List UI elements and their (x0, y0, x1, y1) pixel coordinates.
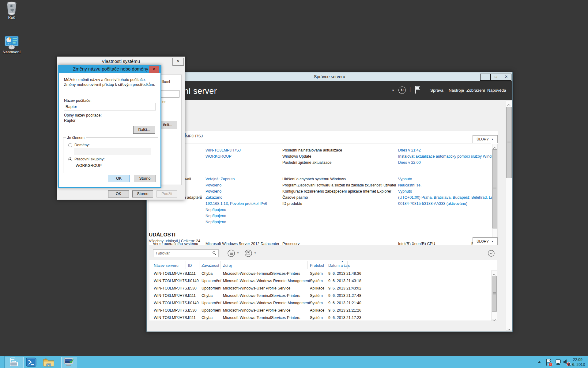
refresh-icon[interactable]: ↻ (398, 86, 406, 94)
menu-zobrazeni[interactable]: Zobrazení (466, 88, 485, 93)
cell-id: 10149 (188, 279, 199, 283)
prop-label-fragment-teaming: h adaptérů (184, 195, 202, 200)
properties-vscrollbar[interactable] (492, 144, 498, 246)
prop-label-windows-update: Windows Update (282, 154, 396, 159)
cell-source: Microsoft-Windows-Windows Remote Managem… (223, 301, 310, 305)
col-header-log[interactable]: Protokol (310, 263, 324, 268)
workgroup-input[interactable] (74, 162, 151, 169)
scroll-thumb[interactable] (492, 149, 497, 228)
error-badge: ✕ (548, 362, 552, 366)
table-row[interactable]: WIN-TO3LMPJH7SJ 1111 Chyba Microsoft-Win… (149, 271, 490, 279)
ok-button[interactable]: OK (108, 190, 129, 197)
domain-input[interactable] (74, 148, 151, 155)
chevron-down-icon[interactable]: ▼ (237, 252, 239, 255)
taskbar-system-properties-button[interactable] (61, 357, 77, 368)
prop-label-checked-updates: Poslední zjištěné aktualizace (282, 160, 396, 165)
prop-last-updates[interactable]: Dnes v 21:42 (398, 148, 421, 152)
prop-remote-desktop[interactable]: Povoleno (205, 189, 221, 194)
prop-error-reporting[interactable]: Vypnuto (398, 177, 412, 181)
minimize-button[interactable]: – (480, 74, 491, 81)
desktop-icon-label: Nastavení (2, 50, 21, 54)
table-row[interactable]: WIN-TO3LMPJH7SJ 1111 Chyba Microsoft-Win… (149, 316, 490, 320)
divider (153, 143, 491, 144)
table-row[interactable]: WIN-TO3LMPJH7SJ 10149 Upozornění Microso… (149, 301, 490, 308)
more-button[interactable]: Další... (133, 126, 155, 134)
close-button[interactable]: ✕ (501, 74, 511, 81)
col-header-severity[interactable]: Závažnost (202, 263, 219, 268)
prop-ethernet[interactable]: 192.168.1.13, Povolen protokol IPv6 (205, 201, 267, 206)
prop-checked-updates[interactable]: Dnes v 22:00 (398, 160, 421, 165)
prop-ie-esc[interactable]: Vypnuto (398, 189, 412, 194)
col-header-server[interactable]: Název serveru (154, 263, 179, 268)
properties-panel: VLASTNOSTI Pro server WIN-TO3LMPJH7SJ WI… (149, 131, 498, 252)
close-icon[interactable]: ✕ (172, 58, 184, 66)
cell-datetime: 9. 6. 2013 21:43:02 (328, 286, 361, 290)
close-icon[interactable]: ✕ (149, 66, 159, 73)
prop-adapter-2[interactable]: Nepřipojeno (205, 214, 226, 218)
notifications-flag-icon[interactable] (414, 86, 421, 94)
taskbar-file-explorer-button[interactable] (43, 358, 55, 368)
taskbar-powershell-button[interactable] (26, 357, 36, 368)
prop-remote-mgmt[interactable]: Povoleno (205, 183, 221, 187)
taskbar-server-manager-button[interactable] (5, 357, 24, 368)
prop-workgroup[interactable]: WORKGROUP (205, 154, 232, 159)
menu-napoveda[interactable]: Nápověda (487, 88, 506, 93)
cancel-button[interactable]: Storno (134, 175, 156, 182)
col-header-source[interactable]: Zdroj (223, 263, 232, 268)
cancel-button[interactable]: Storno (132, 190, 153, 197)
domain-radio[interactable] (68, 143, 72, 147)
prop-label-last-updates: Poslední nainstalované aktualizace (282, 148, 396, 152)
scroll-down-icon[interactable] (493, 316, 495, 322)
prop-ceip[interactable]: Neúčastní se. (398, 183, 421, 187)
prop-computer-name[interactable]: WIN-TO3LMPJH7SJ (205, 148, 241, 152)
full-name-value: Raptor (64, 118, 76, 123)
window-vscrollbar[interactable] (506, 101, 512, 331)
prop-adapter-1[interactable]: Nepřipojeno (205, 208, 226, 212)
server-manager-titlebar[interactable]: Správce serveru – □ ✕ (147, 72, 512, 81)
taskbar-clock[interactable]: 22:09 9. 6. 2013 (560, 357, 585, 367)
table-row[interactable]: WIN-TO3LMPJH7SJ 1111 Chyba Microsoft-Win… (149, 293, 490, 301)
events-filter-input[interactable] (153, 249, 219, 257)
cell-severity: Upozornění (202, 308, 221, 312)
table-row[interactable]: WIN-TO3LMPJH7SJ 1530 Upozornění Microsof… (149, 308, 490, 316)
cell-server: WIN-TO3LMPJH7SJ (154, 316, 189, 320)
prop-windows-update[interactable]: Instalovat aktualizace automaticky pomoc… (398, 154, 493, 159)
scroll-down-icon[interactable] (508, 326, 510, 331)
cell-server: WIN-TO3LMPJH7SJ (154, 293, 189, 298)
events-vscrollbar[interactable] (491, 270, 497, 321)
ok-button[interactable]: OK (108, 175, 130, 182)
tray-action-center-icon[interactable]: ✕ (546, 358, 552, 366)
prop-adapter-3[interactable]: Nepřipojeno (205, 220, 226, 224)
maximize-button[interactable]: □ (491, 74, 501, 81)
save-query-icon[interactable] (244, 249, 252, 257)
apply-button[interactable]: Použít (156, 190, 177, 197)
filter-list-icon[interactable] (227, 249, 235, 257)
menu-nastroje[interactable]: Nástroje (449, 88, 464, 93)
breadcrumb-dropdown-icon[interactable]: ▼ (392, 89, 394, 92)
col-header-id[interactable]: ID (188, 263, 192, 268)
workgroup-radio[interactable] (68, 157, 72, 161)
prop-timezone[interactable]: (UTC+01:00) Praha, Bratislava, Budapešť,… (398, 195, 494, 200)
cell-source: Microsoft-Windows-TerminalServices-Print… (223, 271, 300, 276)
events-tasks-button[interactable]: ÚLOHY▼ (473, 237, 498, 245)
desktop-icon-settings[interactable]: Nastavení (2, 36, 21, 54)
prop-nic-teaming[interactable]: Zakázáno (205, 195, 222, 200)
properties-tasks-button[interactable]: ÚLOHY▼ (473, 135, 498, 143)
chevron-down-icon[interactable]: ▼ (254, 252, 256, 255)
prop-firewall[interactable]: Veřejná: Zapnuto (205, 177, 235, 181)
tray-expand-icon[interactable] (538, 361, 541, 363)
search-icon (213, 251, 216, 254)
scroll-thumb[interactable] (506, 107, 512, 178)
computer-name-input[interactable] (64, 103, 156, 110)
table-row[interactable]: WIN-TO3LMPJH7SJ 1530 Upozornění Microsof… (149, 286, 490, 293)
menu-sprava[interactable]: Správa (430, 88, 443, 93)
table-row[interactable]: WIN-TO3LMPJH7SJ 10149 Upozornění Microso… (149, 279, 490, 286)
server-manager-content: VLASTNOSTI Pro server WIN-TO3LMPJH7SJ WI… (147, 100, 512, 331)
cell-log: Aplikace (310, 286, 324, 290)
desktop-icon-recycle-bin[interactable]: Koš (3, 1, 20, 20)
prop-product-id[interactable]: 00184-70815-53188-AA333 (aktivováno) (398, 201, 467, 206)
cell-severity: Chyba (202, 293, 213, 298)
col-header-datetime[interactable]: Datum a čas (328, 263, 350, 268)
collapse-section-icon[interactable] (488, 250, 495, 257)
scroll-thumb[interactable] (492, 276, 497, 312)
